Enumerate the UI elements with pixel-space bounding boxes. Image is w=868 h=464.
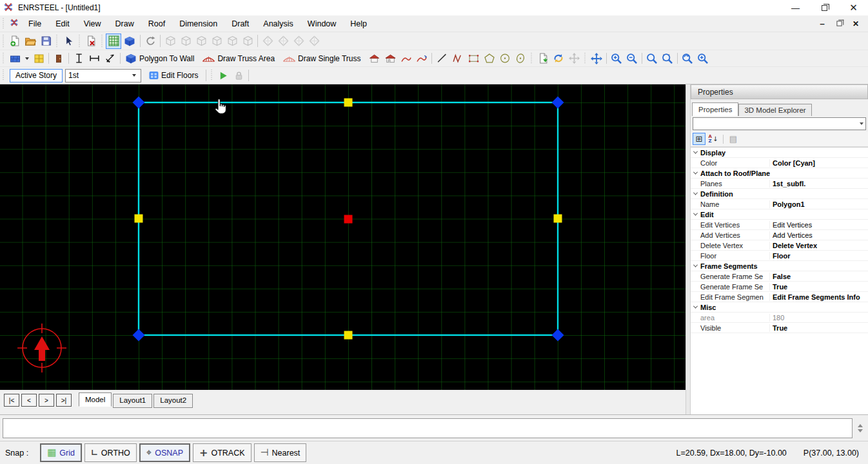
property-value[interactable]: Polygon1: [770, 200, 868, 208]
property-value[interactable]: True: [770, 283, 868, 291]
close-button[interactable]: ✕: [839, 0, 868, 15]
view-front-button[interactable]: [224, 34, 240, 49]
snap-toggle[interactable]: OSNAP: [139, 443, 190, 462]
roof-hip-button[interactable]: [366, 52, 382, 66]
command-history-scroll[interactable]: [854, 418, 865, 438]
property-row[interactable]: area 180: [691, 313, 868, 323]
mdi-minimize-button[interactable]: ‒: [815, 18, 829, 30]
minimize-button[interactable]: —: [781, 0, 810, 15]
properties-panel-header[interactable]: Properties: [691, 84, 868, 99]
property-value[interactable]: Edit Frame Segments Info: [770, 293, 868, 301]
center-handle[interactable]: [344, 215, 353, 224]
door-tool-button[interactable]: [51, 52, 66, 66]
iso-ne-button[interactable]: [291, 34, 306, 49]
menu-item[interactable]: Window: [301, 15, 343, 32]
delete-button[interactable]: [83, 34, 99, 49]
menu-item[interactable]: Roof: [141, 15, 172, 32]
zoom-extents-button[interactable]: [695, 52, 711, 66]
property-row[interactable]: Attach to Roof/Plane: [691, 168, 868, 179]
polygon-tool-button[interactable]: [482, 52, 497, 66]
command-input[interactable]: [3, 418, 853, 438]
sheet-tab[interactable]: Layout1: [113, 394, 152, 408]
menu-item[interactable]: Draw: [108, 15, 141, 32]
roof-gable-button[interactable]: [382, 52, 399, 66]
mdi-restore-button[interactable]: [832, 18, 846, 30]
zoom-out-button[interactable]: [624, 52, 640, 66]
property-row[interactable]: Edit: [691, 209, 868, 220]
property-value[interactable]: Floor: [770, 252, 868, 260]
snap-toggle[interactable]: ORTHO: [84, 443, 137, 462]
select-button[interactable]: [61, 34, 76, 49]
plan-view-button[interactable]: [106, 34, 121, 49]
polygon-to-wall-button[interactable]: Polygon To Wall: [123, 52, 200, 66]
menu-item[interactable]: Dimension: [172, 15, 224, 32]
menu-item[interactable]: View: [77, 15, 108, 32]
move-tool-disabled-button[interactable]: [566, 52, 582, 66]
property-row[interactable]: Planes 1st_subfl.: [691, 179, 868, 189]
property-row[interactable]: Generate Frame Se False: [691, 271, 868, 282]
property-row[interactable]: Display: [691, 148, 868, 158]
snap-toggle[interactable]: Nearest: [254, 443, 307, 462]
zoom-in-button[interactable]: [609, 52, 624, 66]
property-row[interactable]: Floor Floor: [691, 251, 868, 261]
sheet-nav-button[interactable]: |<: [4, 394, 19, 407]
property-row[interactable]: Misc: [691, 302, 868, 313]
run-button[interactable]: [215, 68, 231, 82]
orbit-button[interactable]: [143, 34, 158, 49]
panel-splitter[interactable]: [686, 84, 691, 414]
import-model-button[interactable]: [535, 52, 551, 66]
active-story-button[interactable]: Active Story: [10, 69, 63, 82]
zoom-scale-button[interactable]: [660, 52, 675, 66]
snap-toggle[interactable]: Grid: [40, 443, 82, 462]
zoom-window-button[interactable]: [644, 52, 660, 66]
view-bottom-button[interactable]: [178, 34, 193, 49]
property-value[interactable]: Edit Vertices: [770, 221, 868, 229]
object-selector[interactable]: [693, 117, 866, 130]
alphabetical-sort-button[interactable]: AZ↓: [707, 133, 720, 145]
midpoint-handle[interactable]: [344, 99, 353, 107]
property-row[interactable]: Color Color [Cyan]: [691, 158, 868, 168]
active-story-select[interactable]: 1st: [65, 69, 141, 82]
property-row[interactable]: Frame Segments: [691, 261, 868, 271]
property-row[interactable]: Delete Vertex Delete Vertex: [691, 240, 868, 251]
roof-slope-button[interactable]: [399, 52, 414, 66]
sheet-nav-button[interactable]: >|: [56, 394, 72, 407]
menu-item[interactable]: File: [21, 15, 48, 32]
property-pages-button[interactable]: ▤: [727, 133, 740, 145]
snap-toggle[interactable]: OTRACK: [193, 443, 252, 462]
midpoint-handle[interactable]: [135, 215, 143, 223]
scroll-up-icon[interactable]: [858, 424, 863, 427]
drawing-canvas[interactable]: [0, 84, 686, 390]
draw-truss-area-button[interactable]: Draw Truss Area: [200, 52, 281, 66]
property-value[interactable]: Color [Cyan]: [770, 159, 868, 167]
lock-button[interactable]: [231, 68, 246, 82]
property-row[interactable]: Add Vertices Add Vertices: [691, 230, 868, 240]
iso-se-button[interactable]: [275, 34, 291, 49]
mdi-close-button[interactable]: ✕: [849, 18, 863, 30]
view-top-button[interactable]: [163, 34, 178, 49]
categorized-view-button[interactable]: ⊞: [693, 133, 705, 145]
rectangle-tool-button[interactable]: [466, 52, 482, 66]
regenerate-button[interactable]: [551, 52, 566, 66]
pan-button[interactable]: [589, 52, 604, 66]
sheet-nav-button[interactable]: >: [39, 394, 54, 407]
restore-button[interactable]: [810, 0, 839, 15]
property-value[interactable]: False: [770, 273, 868, 280]
properties-tab[interactable]: 3D Model Explorer: [738, 104, 811, 116]
menu-item[interactable]: Edit: [48, 15, 77, 32]
view-right-button[interactable]: [209, 34, 224, 49]
property-row[interactable]: Visible True: [691, 323, 868, 333]
property-value[interactable]: 1st_subfl.: [770, 180, 868, 188]
view-back-button[interactable]: [240, 34, 255, 49]
line-tool-button[interactable]: [434, 52, 449, 66]
dimension-vertical-button[interactable]: [71, 52, 86, 66]
polyline-tool-button[interactable]: [449, 52, 466, 66]
zoom-previous-button[interactable]: [680, 52, 695, 66]
scroll-down-icon[interactable]: [858, 429, 863, 432]
view-3d-button[interactable]: [121, 34, 138, 49]
wall-tool-dropdown[interactable]: [25, 57, 29, 60]
circle-tool-button[interactable]: [497, 52, 513, 66]
new-button[interactable]: [7, 34, 23, 49]
menu-item[interactable]: Help: [343, 15, 374, 32]
dimension-aligned-button[interactable]: [103, 52, 118, 66]
